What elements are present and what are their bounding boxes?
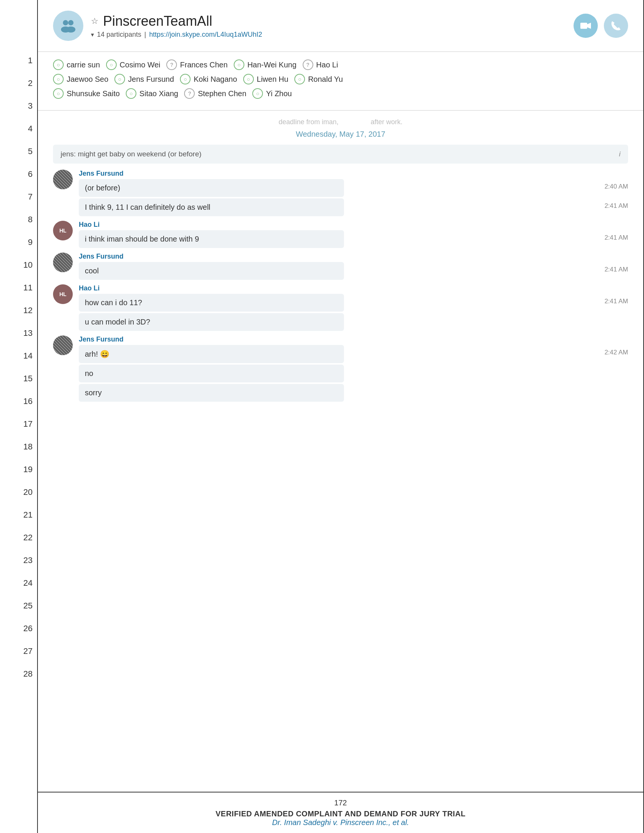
participant-name: Jaewoo Seo bbox=[67, 75, 108, 84]
participant-chip[interactable]: ○ Cosimo Wei bbox=[106, 60, 160, 70]
participant-chip[interactable]: ○ Shunsuke Saito bbox=[53, 88, 120, 99]
line-number: 24 bbox=[0, 572, 37, 595]
participant-name: Liwen Hu bbox=[257, 75, 288, 84]
footer-subtitle: Dr. Iman Sadeghi v. Pinscreen Inc., et a… bbox=[53, 818, 628, 827]
chat-header: ☆ PinscreenTeamAll ▾ 14 participants | h… bbox=[38, 0, 643, 52]
line-number: 20 bbox=[0, 481, 37, 503]
participant-avatar: ○ bbox=[53, 88, 64, 99]
participants-section: ○ carrie sun ○ Cosimo Wei ? Frances Chen… bbox=[38, 52, 643, 111]
sender-name: Jens Fursund bbox=[79, 336, 628, 343]
participant-name: Cosimo Wei bbox=[120, 61, 160, 69]
participant-name: Jens Fursund bbox=[128, 75, 174, 84]
line-number: 7 bbox=[0, 185, 37, 208]
chat-actions bbox=[573, 14, 628, 38]
main-content: ☆ PinscreenTeamAll ▾ 14 participants | h… bbox=[38, 0, 644, 833]
message-row: (or before) 2:40 AM bbox=[79, 179, 628, 198]
participants-row-1: ○ carrie sun ○ Cosimo Wei ? Frances Chen… bbox=[53, 60, 628, 70]
message-group: HL Hao Li i think iman should be done wi… bbox=[53, 221, 628, 249]
participant-chip[interactable]: ○ Jens Fursund bbox=[114, 74, 174, 84]
line-number: 5 bbox=[0, 140, 37, 163]
message-bubble: sorry bbox=[79, 384, 344, 402]
message-time: 2:41 AM bbox=[605, 262, 628, 273]
message-bubble: u can model in 3D? bbox=[79, 313, 344, 331]
sender-name: Jens Fursund bbox=[79, 170, 628, 178]
sender-avatar-jens bbox=[53, 170, 73, 189]
participant-name: Ronald Yu bbox=[308, 75, 343, 84]
message-content: Jens Fursund arh! 😄 2:42 AM no sorry bbox=[79, 336, 628, 403]
line-number: 22 bbox=[0, 526, 37, 549]
chevron-down-icon[interactable]: ▾ bbox=[91, 31, 94, 38]
line-number: 3 bbox=[0, 95, 37, 117]
line-number: 18 bbox=[0, 436, 37, 458]
participant-avatar: ○ bbox=[295, 74, 305, 84]
line-number: 9 bbox=[0, 231, 37, 254]
message-bubble: cool bbox=[79, 262, 344, 280]
line-number: 19 bbox=[0, 458, 37, 481]
participant-chip[interactable]: ? Frances Chen bbox=[166, 60, 228, 70]
svg-point-1 bbox=[68, 20, 74, 26]
participant-chip[interactable]: ? Hao Li bbox=[303, 60, 338, 70]
participant-name: Shunsuke Saito bbox=[67, 89, 120, 98]
page-number: 172 bbox=[53, 799, 628, 807]
message-group: HL Hao Li how can i do 11? 2:41 AM u can… bbox=[53, 285, 628, 333]
line-number: 10 bbox=[0, 254, 37, 277]
message-group: Jens Fursund arh! 😄 2:42 AM no sorry bbox=[53, 336, 628, 403]
participant-avatar: ? bbox=[166, 60, 177, 70]
message-row: i think iman should be done with 9 2:41 … bbox=[79, 230, 628, 249]
star-icon[interactable]: ☆ bbox=[91, 16, 98, 26]
line-number: 11 bbox=[0, 277, 37, 299]
sender-name: Hao Li bbox=[79, 221, 628, 229]
participant-chip[interactable]: ? Stephen Chen bbox=[184, 88, 246, 99]
message-time: 2:41 AM bbox=[605, 198, 628, 210]
participant-avatar: ○ bbox=[53, 74, 64, 84]
participant-name: Han-Wei Kung bbox=[247, 61, 296, 69]
participant-avatar: ○ bbox=[180, 74, 190, 84]
group-avatar bbox=[53, 11, 83, 41]
phone-call-button[interactable] bbox=[604, 14, 628, 38]
participant-count: 14 participants bbox=[97, 31, 141, 39]
participant-chip[interactable]: ○ Jaewoo Seo bbox=[53, 74, 108, 84]
participant-chip[interactable]: ○ carrie sun bbox=[53, 60, 100, 70]
participant-avatar: ? bbox=[303, 60, 313, 70]
participant-avatar: ○ bbox=[252, 88, 263, 99]
chat-title: PinscreenTeamAll bbox=[103, 13, 212, 29]
participant-avatar: ○ bbox=[114, 74, 125, 84]
video-call-button[interactable] bbox=[573, 14, 598, 38]
message-bubble: I think 9, 11 I can definitely do as wel… bbox=[79, 198, 344, 216]
sender-avatar-hao: HL bbox=[53, 221, 73, 240]
message-content: Jens Fursund cool 2:41 AM bbox=[79, 252, 628, 281]
participant-chip[interactable]: ○ Koki Nagano bbox=[180, 74, 237, 84]
participant-chip[interactable]: ○ Han-Wei Kung bbox=[234, 60, 296, 70]
message-row: u can model in 3D? bbox=[79, 313, 628, 333]
participant-chip[interactable]: ○ Ronald Yu bbox=[295, 74, 343, 84]
line-number: 8 bbox=[0, 208, 37, 231]
join-link[interactable]: https://join.skype.com/L4Iuq1aWUhI2 bbox=[149, 31, 262, 39]
participant-name: Sitao Xiang bbox=[139, 89, 178, 98]
participant-chip[interactable]: ○ Sitao Xiang bbox=[126, 88, 178, 99]
preview-message: jens: might get baby on weekend (or befo… bbox=[53, 145, 628, 164]
participant-chip[interactable]: ○ Yi Zhou bbox=[252, 88, 292, 99]
page-footer: 172 VERIFIED AMENDED COMPLAINT AND DEMAN… bbox=[38, 792, 643, 833]
message-time: 2:41 AM bbox=[605, 230, 628, 241]
line-number: 1 bbox=[0, 49, 37, 72]
message-row: sorry bbox=[79, 384, 628, 403]
line-numbers: 1234567891011121314151617181920212223242… bbox=[0, 0, 38, 833]
participant-name: Koki Nagano bbox=[193, 75, 237, 84]
sender-avatar-jens bbox=[53, 252, 73, 272]
participant-name: Frances Chen bbox=[180, 61, 228, 69]
message-group: Jens Fursund cool 2:41 AM bbox=[53, 252, 628, 281]
preview-text: jens: might get baby on weekend (or befo… bbox=[61, 150, 201, 158]
participant-chip[interactable]: ○ Liwen Hu bbox=[243, 74, 288, 84]
message-group: Jens Fursund (or before) 2:40 AM I think… bbox=[53, 170, 628, 218]
participant-avatar: ? bbox=[184, 88, 195, 99]
message-bubble: arh! 😄 bbox=[79, 345, 344, 363]
message-content: Jens Fursund (or before) 2:40 AM I think… bbox=[79, 170, 628, 218]
message-time: 2:42 AM bbox=[605, 345, 628, 356]
italic-icon: i bbox=[619, 150, 620, 158]
participant-avatar: ○ bbox=[243, 74, 254, 84]
line-number: 15 bbox=[0, 367, 37, 390]
svg-rect-4 bbox=[580, 23, 587, 29]
participant-name: Stephen Chen bbox=[198, 89, 246, 98]
faded-prior-message: deadline from iman, after work. bbox=[53, 118, 628, 126]
video-icon bbox=[580, 20, 592, 32]
